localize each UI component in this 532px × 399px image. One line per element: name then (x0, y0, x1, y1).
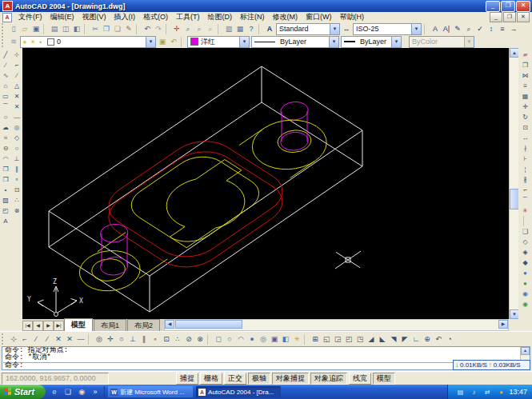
copy-object-icon[interactable]: ❐ (520, 60, 530, 70)
quick-launch-overflow-icon[interactable]: » (90, 386, 101, 397)
os-extension-icon[interactable]: — (12, 112, 22, 122)
child-minimize-button[interactable]: _ (490, 12, 502, 22)
child-restore-button[interactable]: ❐ (503, 12, 516, 22)
layer-freeze-icon[interactable]: ☀ (29, 38, 37, 46)
layer-on-icon[interactable]: ● (21, 38, 29, 46)
snap-from-icon[interactable]: ⌐ (19, 333, 30, 345)
insert-block-icon[interactable]: ❒ (1, 164, 11, 174)
os-temp-track-point-icon[interactable]: ⊹ (12, 50, 22, 60)
properties-palette-icon[interactable]: ▥ (223, 23, 234, 34)
multiline-text-icon[interactable]: A (430, 23, 441, 34)
ime-indicator-icon[interactable]: ▤ (454, 386, 466, 397)
otrack-toggle[interactable]: 对象追踪 (310, 373, 347, 385)
hatch-icon[interactable]: ▨ (1, 195, 11, 205)
zoom-realtime-icon[interactable]: ⌕ (182, 23, 194, 34)
pan-realtime-icon[interactable]: ✛ (171, 23, 182, 34)
zoom-previous-icon[interactable]: ⌕ (205, 23, 216, 34)
snap-apparent-intersection-icon[interactable]: ✕ (64, 333, 75, 345)
gouraud-shaded-edges-icon[interactable]: ◉ (520, 299, 530, 309)
justify-text-icon[interactable]: ≡ (497, 23, 508, 34)
messenger-icon[interactable]: ● (495, 386, 506, 397)
explode-icon[interactable]: ✳ (520, 205, 530, 216)
save-icon[interactable]: ▣ (30, 23, 42, 34)
menu-edit[interactable]: 编辑(E) (46, 12, 78, 22)
dim-style-combo[interactable]: ISO-25 ▼ (353, 23, 422, 35)
arc-icon[interactable]: ⌒ (1, 102, 11, 112)
grid-toggle[interactable]: 栅格 (200, 373, 222, 385)
named-views-icon[interactable]: ⊞ (310, 333, 321, 345)
lineweight-toggle[interactable]: 线宽 (349, 373, 371, 385)
chamfer-icon[interactable]: ⌐ (520, 185, 530, 195)
snap-node-icon[interactable]: ∘ (150, 333, 161, 345)
array-icon[interactable]: ▦ (520, 91, 530, 102)
left-view-icon[interactable]: ◰ (343, 333, 354, 345)
single-line-text-icon[interactable]: A| (441, 23, 452, 34)
os-quadrant-icon[interactable]: ◇ (12, 133, 22, 143)
cut-icon[interactable]: ✂ (90, 23, 101, 34)
snap-extension-icon[interactable]: — (75, 333, 86, 345)
tab-nav-first[interactable]: |◀ (22, 321, 33, 331)
fillet-icon[interactable]: ⌒ (520, 195, 530, 205)
solid-box-icon[interactable]: ◻ (213, 333, 224, 345)
ellipse-icon[interactable]: ⊖ (1, 143, 11, 154)
command-prompt[interactable]: 命令: (3, 361, 520, 369)
sw-isometric-icon[interactable]: ◣ (377, 333, 388, 345)
rectangle-icon[interactable]: ▭ (1, 91, 11, 102)
help-icon[interactable]: ? (246, 23, 257, 34)
convert-distance-icon[interactable]: → (508, 23, 519, 34)
os-apparent-intersection-icon[interactable]: ✕ (12, 102, 22, 112)
break-icon[interactable]: ∦ (520, 174, 530, 185)
os-intersection-icon[interactable]: ✕ (12, 91, 22, 102)
new-file-icon[interactable]: ▯ (8, 23, 19, 34)
model-space-canvas[interactable]: Z X Y (22, 48, 509, 319)
os-nearest-icon[interactable]: ∴ (12, 195, 22, 205)
region-icon[interactable]: ◰ (1, 205, 11, 216)
edit-text-icon[interactable]: ✎ (452, 23, 463, 34)
3d-orbit-icon[interactable]: ◔ (444, 333, 455, 345)
snap-intersection-icon[interactable]: ✕ (53, 333, 64, 345)
make-object-layer-current-icon[interactable]: ▣ (157, 36, 168, 47)
osnap-toggle[interactable]: 对象捕捉 (272, 373, 309, 385)
line-icon[interactable]: ╱ (1, 50, 11, 60)
extend-icon[interactable]: ⊦ (520, 154, 530, 164)
layer-properties-manager-icon[interactable]: ≋ (8, 36, 19, 47)
layer-previous-icon[interactable]: ↶ (168, 36, 179, 47)
volume-icon[interactable]: ♪ (468, 386, 479, 397)
snap-tangent-icon[interactable]: ○ (116, 333, 127, 345)
menu-dimension[interactable]: 标注(N) (236, 12, 269, 22)
solid-ball-icon[interactable]: ● (246, 333, 258, 345)
find-replace-icon[interactable]: ⌕ (463, 23, 474, 34)
vertical-scrollbar[interactable]: ▲ ▼ (509, 48, 518, 319)
task-autocad[interactable]: A AutoCAD 2004 - [Dra... (196, 386, 281, 397)
match-properties-icon[interactable]: ✎ (123, 23, 134, 34)
zoom-window-icon[interactable]: ⌕ (194, 23, 205, 34)
erase-icon[interactable]: ▰ (520, 50, 530, 60)
snap-center-icon[interactable]: ◎ (94, 333, 105, 345)
stretch-icon[interactable]: ↔ (520, 133, 530, 143)
open-folder-icon[interactable]: ▱ (19, 23, 30, 34)
polyline-icon[interactable]: ∿ (1, 70, 11, 81)
horizontal-scroll-thumb[interactable] (175, 320, 242, 329)
os-parallel-icon[interactable]: ∥ (12, 164, 22, 174)
circle-icon[interactable]: ○ (1, 112, 11, 122)
menu-modify[interactable]: 修改(M) (269, 12, 302, 22)
3d-wireframe-icon[interactable]: ◈ (520, 247, 530, 257)
menu-insert[interactable]: 插入(I) (110, 12, 140, 22)
spline-icon[interactable]: ≈ (1, 133, 11, 143)
solid-dome-icon[interactable]: ◠ (235, 333, 246, 345)
render-icon[interactable]: ▣ (269, 333, 280, 345)
ne-isometric-icon[interactable]: ◥ (388, 333, 399, 345)
plot-icon[interactable]: ▤ (49, 23, 60, 34)
child-close-button[interactable]: ✕ (517, 12, 530, 22)
ucs-previous-icon[interactable]: ↶ (433, 333, 444, 345)
snap-none-icon[interactable]: ⊘ (183, 333, 194, 345)
construction-line-icon[interactable]: ∕ (1, 60, 11, 70)
snap-midpoint-icon[interactable]: ∕ (42, 333, 53, 345)
polygon-icon[interactable]: ⌂ (1, 81, 11, 91)
hidden-shade-icon[interactable]: ◆ (520, 257, 530, 268)
plot-preview-icon[interactable]: ◫ (60, 23, 71, 34)
minimize-button[interactable]: _ (486, 1, 500, 12)
bottom-view-icon[interactable]: ◲ (332, 333, 343, 345)
toolbar-grip[interactable] (2, 23, 6, 34)
os-node-icon[interactable]: ∘ (12, 174, 22, 185)
